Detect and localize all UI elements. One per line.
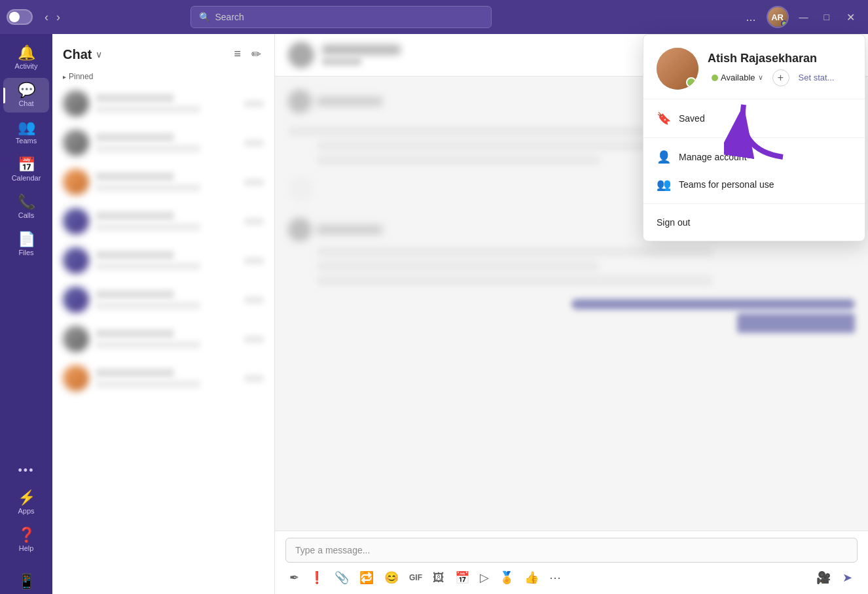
sidebar-item-teams[interactable]: 👥 Teams bbox=[3, 115, 49, 150]
minimize-button[interactable]: — bbox=[794, 9, 814, 25]
chat-item-time bbox=[244, 100, 264, 107]
sign-out-label: Sign out bbox=[657, 217, 690, 228]
sidebar-label-files: Files bbox=[18, 249, 33, 256]
loop-icon[interactable]: 🔁 bbox=[355, 568, 378, 587]
chat-item-avatar bbox=[63, 208, 89, 234]
like-icon[interactable]: 👍 bbox=[520, 568, 543, 587]
chat-list-item[interactable] bbox=[52, 162, 274, 201]
message-bubble bbox=[317, 261, 600, 271]
calls-icon: 📞 bbox=[18, 195, 35, 209]
saved-item[interactable]: 🔖 Saved bbox=[643, 105, 865, 132]
chat-item-preview bbox=[96, 105, 200, 113]
sidebar-item-calls[interactable]: 📞 Calls bbox=[3, 190, 49, 224]
new-chat-icon[interactable]: ✏ bbox=[249, 44, 264, 64]
titlebar-right: ... AR — □ ✕ bbox=[741, 6, 861, 28]
chat-toolbar: ✒ ❗ 📎 🔁 😊 GIF 🖼 📅 ▷ 🏅 👍 ⋯ 🎥 ➤ bbox=[285, 568, 858, 587]
chat-item-preview bbox=[96, 380, 200, 388]
search-bar[interactable]: 🔍 Search bbox=[190, 6, 492, 28]
pinned-triangle-icon: ▸ bbox=[63, 73, 66, 80]
chat-item-name bbox=[96, 251, 174, 260]
help-icon: ❓ bbox=[18, 528, 35, 542]
sidebar-more-button[interactable]: ••• bbox=[3, 459, 49, 483]
profile-header: Atish Rajasekharan Available ∨ + Set sta… bbox=[643, 35, 865, 99]
bookmark-icon: 🔖 bbox=[657, 111, 671, 126]
chat-item-time bbox=[244, 296, 264, 304]
schedule-icon[interactable]: 📅 bbox=[451, 568, 473, 587]
chat-list-item[interactable] bbox=[52, 241, 274, 280]
message-input[interactable]: Type a message... bbox=[285, 538, 858, 563]
sidebar-item-activity[interactable]: 🔔 Activity bbox=[3, 41, 49, 75]
maximize-button[interactable]: □ bbox=[819, 9, 835, 25]
close-button[interactable]: ✕ bbox=[840, 9, 861, 26]
send-button[interactable]: ➤ bbox=[837, 568, 858, 587]
manage-account-item[interactable]: 👤 Manage account bbox=[643, 143, 865, 171]
send-options-icon[interactable]: ▷ bbox=[476, 568, 493, 587]
chat-item-time bbox=[244, 139, 264, 147]
chat-header-icons: ≡ ✏ bbox=[231, 44, 264, 64]
sidebar-item-help[interactable]: ❓ Help bbox=[3, 523, 49, 557]
device-icon: 📱 bbox=[18, 574, 35, 589]
chat-item-avatar bbox=[63, 130, 89, 156]
pinned-label[interactable]: ▸ Pinned bbox=[63, 72, 264, 81]
chat-item-name bbox=[96, 290, 174, 299]
sticker-icon[interactable]: 🖼 bbox=[429, 568, 448, 587]
calendar-icon: 📅 bbox=[18, 158, 35, 172]
chat-item-time bbox=[244, 179, 264, 186]
sidebar-item-chat[interactable]: 💬 Chat bbox=[3, 78, 49, 113]
chat-item-avatar bbox=[63, 169, 89, 195]
sidebar-item-apps[interactable]: ⚡ Apps bbox=[3, 485, 49, 520]
more-options-button[interactable]: ... bbox=[741, 8, 761, 27]
message-bubble-outgoing bbox=[571, 299, 855, 309]
pinned-section: ▸ Pinned bbox=[52, 69, 274, 84]
chat-list-item[interactable] bbox=[52, 319, 274, 358]
teams-icon: 👥 bbox=[18, 120, 35, 135]
chat-list-item[interactable] bbox=[52, 201, 274, 241]
sidebar-item-files[interactable]: 📄 Files bbox=[3, 227, 49, 262]
message-bubble bbox=[317, 275, 714, 286]
status-label: Available bbox=[721, 73, 755, 82]
account-section: 👤 Manage account 👥 Teams for personal us… bbox=[643, 138, 865, 204]
more-toolbar-icon[interactable]: ⋯ bbox=[545, 568, 565, 587]
sidebar-item-calendar[interactable]: 📅 Calendar bbox=[3, 152, 49, 187]
priority-icon[interactable]: ❗ bbox=[306, 568, 328, 587]
sidebar-label-activity: Activity bbox=[15, 62, 38, 70]
teams-personal-item[interactable]: 👥 Teams for personal use bbox=[643, 171, 865, 198]
manage-account-label: Manage account bbox=[679, 152, 747, 162]
chat-item-name bbox=[96, 211, 174, 220]
saved-section: 🔖 Saved bbox=[643, 99, 865, 138]
chat-list-item[interactable] bbox=[52, 84, 274, 123]
sign-out-button[interactable]: Sign out bbox=[643, 209, 865, 236]
nav-back-button[interactable]: ‹ bbox=[42, 9, 51, 26]
attach-icon[interactable]: 📎 bbox=[331, 568, 353, 587]
account-icon: 👤 bbox=[657, 150, 671, 164]
chat-item-time bbox=[244, 375, 264, 382]
status-add-button[interactable]: + bbox=[772, 69, 789, 86]
status-available-button[interactable]: Available ∨ bbox=[708, 71, 767, 84]
gif-icon[interactable]: GIF bbox=[405, 570, 426, 585]
video-icon[interactable]: 🎥 bbox=[812, 568, 835, 587]
message-bubble bbox=[288, 126, 685, 137]
chat-item-info bbox=[96, 251, 238, 270]
user-avatar-button[interactable]: AR bbox=[767, 6, 789, 28]
chat-item-info bbox=[96, 94, 238, 113]
chat-list-item[interactable] bbox=[52, 123, 274, 162]
chat-item-time bbox=[244, 218, 264, 225]
chat-list bbox=[52, 84, 274, 594]
chat-filter-icon[interactable]: ≡ bbox=[231, 44, 244, 64]
titlebar-toggle[interactable] bbox=[7, 9, 33, 25]
chat-list-item[interactable] bbox=[52, 358, 274, 398]
emoji-icon[interactable]: 😊 bbox=[380, 568, 403, 587]
sidebar-item-device[interactable]: 📱 bbox=[3, 569, 49, 594]
sidebar-label-calls: Calls bbox=[18, 211, 34, 219]
search-icon: 🔍 bbox=[199, 12, 210, 22]
saved-label: Saved bbox=[679, 113, 705, 124]
set-status-button[interactable]: Set stat... bbox=[795, 71, 839, 84]
format-icon[interactable]: ✒ bbox=[285, 568, 303, 587]
sidebar-label-calendar: Calendar bbox=[12, 174, 41, 182]
praise-icon[interactable]: 🏅 bbox=[496, 568, 518, 587]
nav-forward-button[interactable]: › bbox=[54, 9, 63, 26]
chat-item-avatar bbox=[63, 326, 89, 352]
chat-title-chevron-icon[interactable]: ∨ bbox=[96, 49, 102, 60]
sidebar: 🔔 Activity 💬 Chat 👥 Teams 📅 Calendar 📞 C… bbox=[0, 34, 52, 594]
chat-list-item[interactable] bbox=[52, 280, 274, 319]
